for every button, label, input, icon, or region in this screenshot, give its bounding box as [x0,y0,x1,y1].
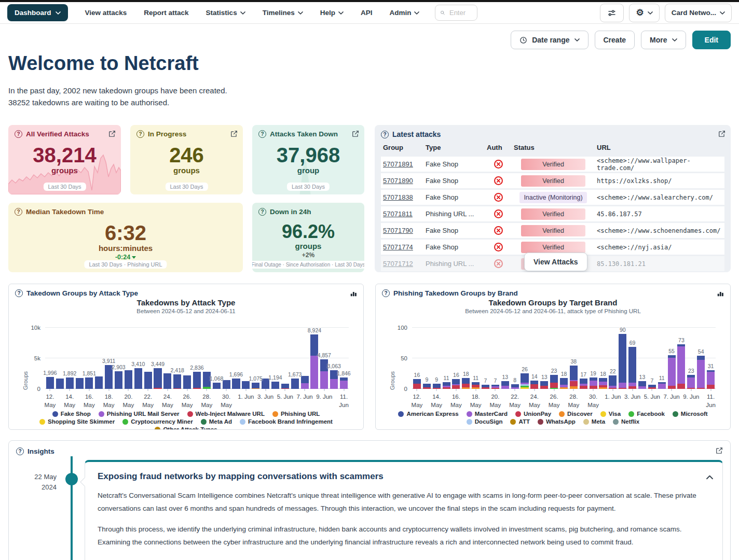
chart-bar[interactable] [599,378,607,389]
help-icon[interactable]: ? [15,289,23,297]
attack-group-link[interactable]: 57071890 [383,177,413,185]
chart-bar[interactable] [85,377,93,389]
more-button[interactable]: More [641,31,686,49]
chart-bar[interactable] [501,381,509,389]
chart-bar[interactable] [310,334,318,389]
chevron-up-icon[interactable] [706,472,713,482]
search-box[interactable] [435,5,477,21]
nav-item-statistics[interactable]: Statistics [206,9,245,17]
chart-bar[interactable] [638,381,646,389]
chart-bar[interactable] [452,379,460,389]
create-button[interactable]: Create [595,31,635,49]
chart-bar[interactable] [173,374,181,389]
help-icon[interactable]: ? [136,130,144,138]
legend-item[interactable]: Phishing URL Mail Server [99,411,180,417]
help-icon[interactable]: ? [258,208,266,216]
help-icon[interactable]: ? [16,447,24,455]
view-attacks-button[interactable]: View Attacks [524,253,587,271]
chart-bar[interactable] [590,377,597,389]
chart-bar[interactable] [252,383,259,389]
chart-bar[interactable] [462,378,470,389]
legend-item[interactable]: Meta Ad [201,418,232,425]
chart-bar[interactable] [511,384,519,389]
chart-bar[interactable] [144,372,152,389]
chart-bar[interactable] [125,370,132,389]
help-icon[interactable]: ? [258,130,266,138]
attack-group-link[interactable]: 57071838 [383,193,413,201]
chart-bar[interactable] [609,375,617,389]
chart-bar[interactable] [668,355,676,389]
legend-item[interactable]: WhatsApp [538,418,576,425]
chart-bar[interactable] [628,347,636,389]
help-icon[interactable]: ? [382,289,390,297]
attack-group-link[interactable]: 57071891 [383,160,413,168]
chart-bar[interactable] [580,379,587,389]
legend-item[interactable]: Fake Shop [52,411,91,417]
legend-item[interactable]: Phishing URL [272,411,320,417]
legend-item[interactable]: Meta [583,418,605,425]
chart-bar[interactable] [66,377,74,389]
help-icon[interactable]: ? [15,208,22,216]
chart-bar[interactable] [433,384,441,389]
chart-bar[interactable] [232,379,240,389]
nav-item-view-attacks[interactable]: View attacks [85,9,127,17]
chart-bar[interactable] [213,383,221,389]
filters-button[interactable] [600,4,624,22]
legend-item[interactable]: Cryptocurrency Miner [122,418,193,425]
legend-item[interactable]: Visa [600,411,621,417]
legend-item[interactable]: Other Attack Types [155,426,217,430]
chart-bar[interactable] [163,373,171,389]
chart-bar[interactable] [423,384,431,389]
nav-item-api[interactable]: API [361,9,373,17]
chart-bar[interactable] [154,368,161,389]
help-icon[interactable]: ? [381,131,389,138]
legend-item[interactable]: Facebook [628,411,665,417]
account-menu-button[interactable]: Card Netwo... [665,4,732,22]
chart-bar[interactable] [443,382,450,389]
chart-bar[interactable] [540,381,548,389]
chart-bar[interactable] [521,373,528,389]
legend-item[interactable]: DocuSign [467,418,503,425]
attack-group-link[interactable]: 57071811 [383,210,413,218]
chart-bar[interactable] [530,381,538,389]
chart-bar[interactable] [301,376,309,389]
chart-bar[interactable] [183,375,191,389]
legend-item[interactable]: Discover [559,411,593,417]
external-link-icon[interactable] [352,130,359,139]
chart-bar[interactable] [550,375,558,389]
chart-bar[interactable] [648,385,656,389]
nav-item-timelines[interactable]: Timelines [263,9,303,17]
chart-bar[interactable] [56,379,64,389]
chart-bar[interactable] [115,371,122,389]
legend-item[interactable]: ATT [510,418,530,425]
edit-button[interactable]: Edit [692,31,731,49]
legend-item[interactable]: Web-Inject Malware URL [187,411,265,417]
chart-bar[interactable] [697,356,705,389]
external-link-icon[interactable] [108,130,116,139]
chart-bar[interactable] [658,382,666,389]
chart-bar[interactable] [340,377,348,389]
bar-chart-icon[interactable] [350,290,357,297]
attack-group-link[interactable]: 57071790 [383,227,413,234]
nav-item-admin[interactable]: Admin [389,9,419,17]
chart-bar[interactable] [223,380,230,389]
settings-button[interactable]: ⚙ [629,4,659,22]
nav-item-report-attack[interactable]: Report attack [144,9,188,17]
chart-bar[interactable] [472,382,480,389]
chart-bar[interactable] [46,377,54,389]
search-input[interactable] [448,8,472,17]
legend-item[interactable]: Netflix [613,418,639,425]
chart-bar[interactable] [707,370,715,389]
nav-item-dashboard[interactable]: Dashboard [7,4,68,21]
attack-group-link[interactable]: 57071712 [383,260,413,268]
chart-bar[interactable] [619,334,626,389]
legend-item[interactable]: UnionPay [515,411,551,417]
chart-bar[interactable] [193,372,201,389]
chart-bar[interactable] [560,378,568,389]
external-link-icon[interactable] [718,130,726,139]
chart-bar[interactable] [291,379,299,389]
chart-bar[interactable] [76,378,84,389]
legend-item[interactable]: Shopping Site Skimmer [39,418,115,425]
chart-bar[interactable] [281,384,289,389]
legend-item[interactable]: Microsoft [673,411,708,417]
